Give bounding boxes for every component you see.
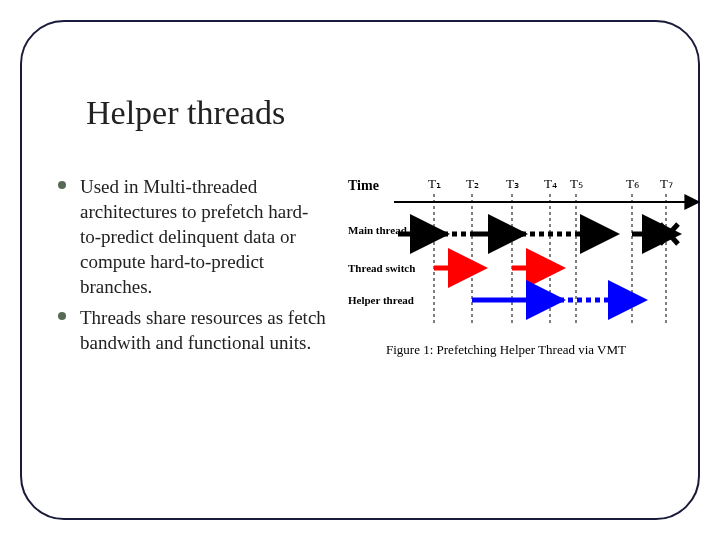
timeline-svg <box>348 174 708 354</box>
slide-frame: Helper threads Used in Multi-threaded ar… <box>20 20 700 520</box>
list-item: Used in Multi-threaded architectures to … <box>58 174 326 299</box>
bullet-icon <box>58 312 66 320</box>
figure-caption: Figure 1: Prefetching Helper Thread via … <box>386 342 626 358</box>
slide-title: Helper threads <box>86 94 285 132</box>
timeline-figure: Time T₁ T₂ T₃ T₄ T₅ T₆ T₇ Main thread Th… <box>348 174 708 404</box>
bullet-text: Threads share resources as fetch bandwit… <box>80 307 326 353</box>
list-item: Threads share resources as fetch bandwit… <box>58 305 326 355</box>
bullet-region: Used in Multi-threaded architectures to … <box>58 174 326 362</box>
bullet-text: Used in Multi-threaded architectures to … <box>80 176 308 297</box>
bullet-list: Used in Multi-threaded architectures to … <box>58 174 326 356</box>
bullet-icon <box>58 181 66 189</box>
